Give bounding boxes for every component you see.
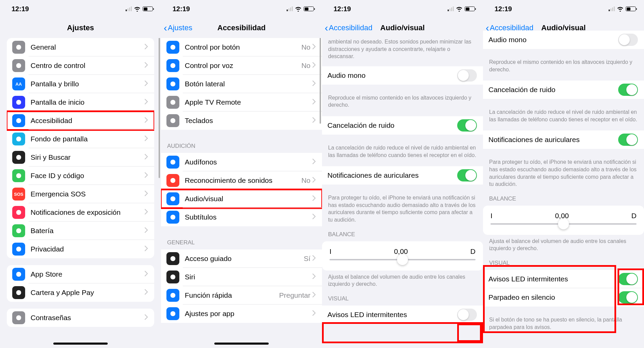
group-headphone: Notificaciones de auriculares <box>322 166 483 185</box>
toggle-noise[interactable] <box>618 84 638 96</box>
back-button[interactable]: ‹Ajustes <box>164 23 192 33</box>
cellular-icon <box>609 6 615 11</box>
row-label: Emergencia SOS <box>31 186 145 203</box>
settings-group-3: Contraseñas <box>7 309 154 327</box>
settings-group-2: App Store Cartera y Apple Pay <box>7 265 154 302</box>
settings-row-passwords[interactable]: Contraseñas <box>7 309 154 327</box>
scroll-area[interactable]: Audio mono Reproduce el mismo contenido … <box>483 31 644 348</box>
row-mono-audio[interactable]: Audio mono <box>322 66 483 85</box>
row-label: Control por botón <box>185 39 301 56</box>
settings-row-exposure[interactable]: Notificaciones de exposición <box>7 203 154 222</box>
chevron-right-icon <box>312 99 316 106</box>
row-hearing[interactable]: Audífonos <box>161 153 322 171</box>
screen-accessibility: 12:19 ‹Ajustes Accesibilidad Control por… <box>161 0 322 348</box>
balance-right-label: D <box>631 212 637 220</box>
settings-row-faceid[interactable]: Face ID y código <box>7 167 154 185</box>
row-guided[interactable]: Acceso guiado Sí <box>161 249 322 268</box>
settings-row-battery[interactable]: Batería <box>7 222 154 240</box>
balance-slider[interactable] <box>329 259 476 260</box>
row-led-flash[interactable]: Avisos LED intermitentes <box>483 270 644 288</box>
voice-icon <box>166 59 179 72</box>
toggle-mono[interactable] <box>618 34 638 46</box>
settings-row-appstore[interactable]: App Store <box>7 265 154 283</box>
row-av[interactable]: Audio/visual <box>161 190 322 208</box>
back-button[interactable]: ‹Accesibilidad <box>325 23 372 33</box>
scroll-area[interactable]: General Centro de control AA Pantalla y … <box>0 38 161 348</box>
slider-thumb[interactable] <box>397 254 408 265</box>
row-mono-audio[interactable]: Audio mono <box>483 31 644 49</box>
section-header-balance: BALANCE <box>322 231 483 241</box>
chevron-right-icon <box>145 314 148 321</box>
toggle-led[interactable] <box>618 273 638 285</box>
settings-row-wallet[interactable]: Cartera y Apple Pay <box>7 283 154 302</box>
row-label: Teclados <box>185 112 312 129</box>
row-label: Cancelación de ruido <box>327 117 457 134</box>
row-noise-cancel[interactable]: Cancelación de ruido <box>322 116 483 135</box>
toggle-noise[interactable] <box>457 119 477 132</box>
row-cc[interactable]: Subtítulos <box>161 208 322 226</box>
scroll-area[interactable]: ambiental no deseado. Estos sonidos pued… <box>322 38 483 348</box>
settings-row-accessibility[interactable]: Accesibilidad <box>7 111 154 130</box>
toggle-headphone[interactable] <box>457 169 477 181</box>
balance-control: I 0,00 D <box>322 241 483 271</box>
settings-row-general[interactable]: General <box>7 38 154 56</box>
toggle-headphone[interactable] <box>618 134 638 146</box>
nav-bar: Ajustes <box>0 18 161 38</box>
settings-row-control[interactable]: Centro de control <box>7 56 154 75</box>
chevron-right-icon <box>145 271 148 278</box>
virus-icon <box>12 206 25 219</box>
settings-row-siri[interactable]: Siri y Buscar <box>7 148 154 167</box>
row-label: Fondo de pantalla <box>31 130 145 147</box>
wifi-icon <box>295 6 302 12</box>
row-sound[interactable]: Reconocimiento de sonidos No <box>161 171 322 190</box>
section-header-hearing: AUDICIÓN <box>161 137 322 153</box>
row-silent-flash[interactable]: Parpadeo en silencio <box>483 288 644 307</box>
balance-control: I 0,00 D <box>483 206 644 235</box>
row-headphone-notif[interactable]: Notificaciones de auriculares <box>483 130 644 149</box>
settings-row-wallpaper[interactable]: Fondo de pantalla <box>7 130 154 148</box>
svg-point-19 <box>171 178 176 183</box>
row-value: No <box>301 43 310 51</box>
row-voice[interactable]: Control por voz No <box>161 56 322 75</box>
row-label: Batería <box>31 222 145 239</box>
slider-thumb[interactable] <box>558 219 569 229</box>
scroll-area[interactable]: Control por botón No Control por voz No … <box>161 38 322 348</box>
chevron-left-icon: ‹ <box>325 23 328 33</box>
toggle-led[interactable] <box>457 309 477 321</box>
waveform-icon <box>166 174 179 187</box>
page-title: Ajustes <box>67 23 94 32</box>
row-perapp[interactable]: Ajustes por app <box>161 304 322 323</box>
row-headphone-notif[interactable]: Notificaciones de auriculares <box>322 166 483 185</box>
status-time: 12:19 <box>12 5 29 13</box>
settings-row-sos[interactable]: SOS Emergencia SOS <box>7 185 154 203</box>
chevron-right-icon <box>145 172 148 179</box>
toggle-mono[interactable] <box>457 69 477 82</box>
section-header-balance: BALANCE <box>483 195 644 206</box>
svg-point-10 <box>16 272 21 277</box>
home-indicator[interactable] <box>214 343 269 345</box>
toggle-silent[interactable] <box>618 291 638 303</box>
row-keyboard[interactable]: Teclados <box>161 111 322 130</box>
row-switch[interactable]: Control por botón No <box>161 38 322 56</box>
row-led-flash[interactable]: Avisos LED intermitentes <box>322 306 483 324</box>
row-label: Audio mono <box>488 31 618 48</box>
svg-point-5 <box>16 155 21 160</box>
row-side[interactable]: Botón lateral <box>161 75 322 93</box>
back-label: Ajustes <box>168 23 192 32</box>
footer-mono: Reproduce el mismo contenido en los alta… <box>322 91 483 116</box>
balance-left-label: I <box>490 212 493 220</box>
svg-point-14 <box>171 63 176 68</box>
row-tv[interactable]: Apple TV Remote <box>161 93 322 111</box>
gear-icon <box>12 41 25 54</box>
row-noise-cancel[interactable]: Cancelación de ruido <box>483 81 644 99</box>
row-label: Face ID y código <box>31 167 145 184</box>
footer-headphone: Para proteger tu oído, el iPhone te envi… <box>483 156 644 195</box>
home-indicator[interactable] <box>53 343 108 345</box>
settings-row-home[interactable]: Pantalla de inicio <box>7 93 154 111</box>
row-shortcut[interactable]: Función rápida Preguntar <box>161 286 322 304</box>
settings-row-display[interactable]: AA Pantalla y brillo <box>7 75 154 93</box>
row-value: No <box>301 62 310 70</box>
settings-row-privacy[interactable]: Privacidad <box>7 240 154 258</box>
balance-slider[interactable] <box>490 223 637 225</box>
row-fsiri[interactable]: Siri <box>161 268 322 286</box>
